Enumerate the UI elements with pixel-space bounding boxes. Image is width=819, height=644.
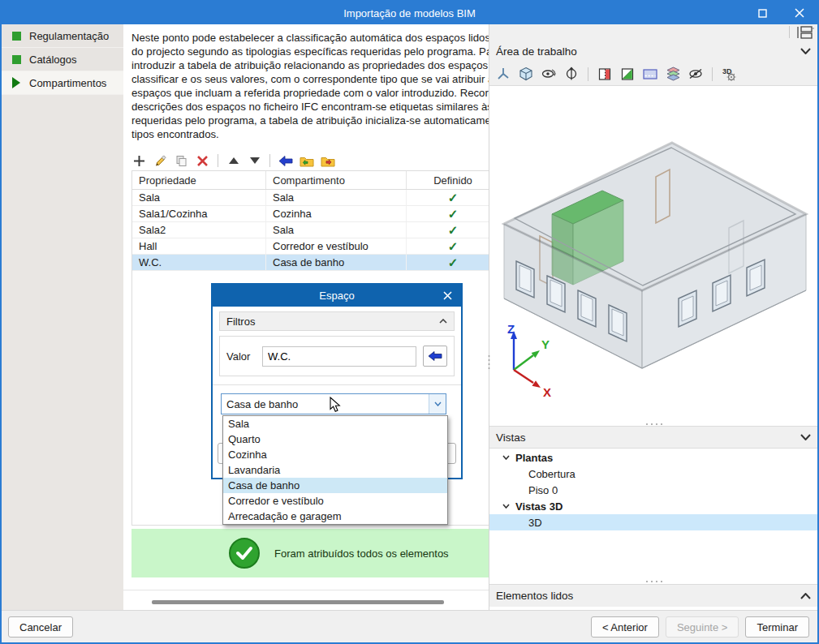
dropdown-option[interactable]: Lavandaria: [223, 462, 447, 478]
maximize-button[interactable]: [744, 2, 781, 24]
workspace-header[interactable]: Área de trabalho: [489, 40, 819, 62]
dialog-title-bar: Espaço: [213, 285, 461, 307]
plus-icon: [132, 154, 146, 168]
table-toolbar: [131, 152, 335, 170]
dropdown-option[interactable]: Arrecadação e garagem: [223, 509, 447, 524]
import-block-button[interactable]: [299, 153, 314, 169]
views-title: Vistas: [496, 431, 800, 444]
next-button[interactable]: Seguinte >: [666, 616, 739, 638]
views-tree: Plantas Cobertura Piso 0 Vistas 3D 3D: [489, 449, 819, 577]
apply-value-button[interactable]: [423, 346, 447, 367]
sidebar-item-compartimentos[interactable]: Compartimentos: [2, 71, 123, 95]
tree-group-plantas[interactable]: Plantas: [489, 449, 819, 466]
dropdown-option[interactable]: Quarto: [223, 431, 447, 447]
toolbar-separator: [269, 154, 270, 167]
toolbar-separator: [588, 67, 588, 81]
dropdown-option-highlighted[interactable]: Casa de banho: [223, 478, 447, 493]
cancel-button[interactable]: Cancelar: [8, 616, 73, 638]
dropdown-option[interactable]: Corredor e vestíbulo: [223, 493, 447, 509]
success-icon: [229, 538, 260, 569]
export-block-button[interactable]: [320, 153, 335, 169]
move-up-button[interactable]: [226, 153, 241, 169]
step-done-icon: [12, 32, 21, 41]
window-title: Importação de modelos BIM: [75, 7, 744, 19]
cell-propriedade: Sala1/Cozinha: [132, 206, 266, 221]
copy-row-button[interactable]: [174, 153, 189, 169]
value-input[interactable]: [262, 346, 416, 367]
table-row[interactable]: Hall Corredor e vestíbulo ✓: [132, 238, 489, 255]
table-row[interactable]: Sala2 Sala ✓: [132, 222, 489, 238]
column-header-propriedade[interactable]: Propriedade: [132, 171, 266, 189]
cell-definido: ✓: [407, 238, 489, 254]
tree-item-cobertura[interactable]: Cobertura: [489, 466, 819, 482]
tree-group-label: Plantas: [515, 452, 553, 464]
pencil-icon: [153, 154, 167, 168]
tree-group-vistas-3d[interactable]: Vistas 3D: [489, 498, 819, 514]
layout-switcher-button[interactable]: [796, 26, 814, 39]
table-row[interactable]: Sala1/Cozinha Cozinha ✓: [132, 206, 489, 222]
triangle-down-icon: [248, 155, 261, 166]
orbit-view-button[interactable]: [541, 66, 557, 82]
cell-compartimento: Cozinha: [266, 206, 407, 221]
section-box-button[interactable]: [597, 66, 613, 82]
3d-settings-button[interactable]: 3D: [721, 66, 737, 82]
hide-elements-button[interactable]: [688, 66, 704, 82]
assign-back-button[interactable]: [278, 153, 293, 169]
elements-header[interactable]: Elementos lidos: [489, 584, 819, 607]
sidebar-item-label: Catálogos: [29, 54, 77, 66]
step-done-icon: [12, 55, 21, 64]
section-plane-button[interactable]: [619, 66, 636, 82]
close-icon: [443, 291, 452, 300]
views-header[interactable]: Vistas: [489, 426, 819, 449]
axes-tool-button[interactable]: [495, 66, 511, 82]
previous-button[interactable]: < Anterior: [591, 616, 659, 638]
dropdown-option[interactable]: Sala: [223, 416, 447, 431]
horizontal-splitter-handle[interactable]: [489, 579, 819, 583]
cell-compartimento: Corredor e vestíbulo: [266, 238, 407, 254]
vertical-splitter-handle[interactable]: [487, 354, 491, 374]
delete-row-button[interactable]: [195, 153, 210, 169]
viewport-3d[interactable]: Z Y X: [489, 86, 819, 422]
workspace-top-strip: [489, 24, 819, 40]
check-icon: ✓: [448, 223, 459, 238]
table-row-selected[interactable]: W.C. Casa de banho ✓: [132, 255, 489, 271]
add-row-button[interactable]: [131, 153, 147, 169]
view-3d-button[interactable]: [518, 66, 534, 82]
column-header-compartimento[interactable]: Compartimento: [266, 171, 407, 189]
finish-button[interactable]: Terminar: [745, 616, 809, 638]
dropdown-option[interactable]: Cozinha: [223, 447, 447, 462]
dialog-close-button[interactable]: [433, 285, 461, 307]
cell-propriedade: Sala: [132, 190, 266, 205]
rotate-model-button[interactable]: [563, 66, 580, 82]
3d-config-icon: 3D: [721, 67, 737, 81]
hide-eye-icon: [688, 67, 704, 80]
axis-y-label: Y: [541, 337, 550, 351]
move-down-button[interactable]: [247, 153, 262, 169]
sidebar-item-catalogos[interactable]: Catálogos: [2, 48, 123, 71]
viewport-toolbar: 3D: [489, 62, 819, 86]
wizard-nav-buttons: < Anterior Seguinte > Terminar: [591, 616, 809, 638]
cell-definido: ✓: [407, 222, 489, 238]
column-header-definido[interactable]: Definido: [407, 171, 489, 189]
axis-z-label: Z: [507, 322, 515, 336]
edit-row-button[interactable]: [153, 153, 168, 169]
layers-button[interactable]: [665, 66, 681, 82]
combobox-dropdown-button[interactable]: [429, 394, 446, 414]
clip-plane-button[interactable]: [642, 66, 658, 82]
close-button[interactable]: [781, 2, 817, 24]
room-type-combobox[interactable]: Casa de banho: [221, 393, 446, 414]
layers-icon: [666, 67, 681, 81]
tree-item-3d-selected[interactable]: 3D: [489, 514, 819, 530]
tree-item-piso-0[interactable]: Piso 0: [489, 482, 819, 498]
dialog-title: Espaço: [240, 290, 433, 302]
sidebar-item-regulamentacao[interactable]: Regulamentação: [2, 24, 123, 48]
filters-header[interactable]: Filtros: [219, 311, 455, 331]
description-line: Neste ponto pode estabelecer a classific…: [131, 31, 489, 45]
step-description: Neste ponto pode estabelecer a classific…: [131, 31, 489, 141]
workspace-title: Área de trabalho: [496, 45, 800, 58]
clip-plane-icon: [643, 68, 657, 80]
chevron-down-icon: [800, 48, 811, 54]
horizontal-scrollbar[interactable]: [131, 599, 489, 605]
table-row[interactable]: Sala Sala ✓: [132, 190, 489, 206]
scrollbar-thumb[interactable]: [152, 600, 444, 604]
